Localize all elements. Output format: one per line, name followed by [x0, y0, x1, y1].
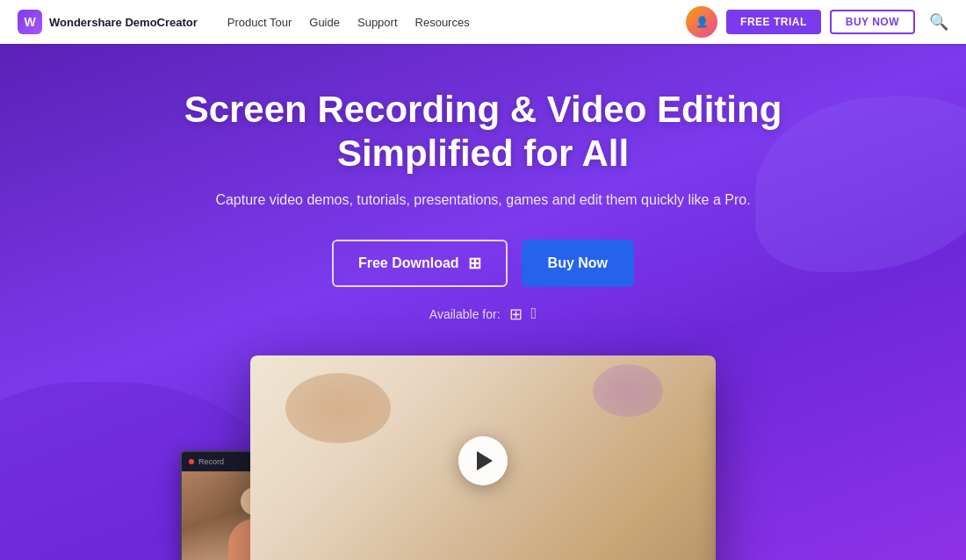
nav-product-tour[interactable]: Product Tour: [227, 12, 292, 32]
free-download-button[interactable]: Free Download ⊞: [332, 240, 508, 287]
rec-label: Record: [198, 457, 224, 466]
video-thumbnail[interactable]: [250, 355, 716, 560]
play-icon: [477, 451, 493, 470]
free-download-label: Free Download: [358, 255, 459, 271]
nav-resources[interactable]: Resources: [415, 12, 470, 32]
hero-title: Screen Recording & Video Editing Simplif…: [132, 88, 834, 176]
hero-section: Screen Recording & Video Editing Simplif…: [0, 44, 966, 560]
rec-indicator: [189, 459, 194, 464]
apple-os-icon: : [531, 305, 537, 323]
nav-actions: 👤 FREE TRIAL BUY NOW 🔍: [686, 6, 948, 38]
available-label: Available for:: [429, 307, 501, 321]
logo-text: Wondershare DemoCreator: [49, 16, 198, 29]
available-for: Available for: ⊞ : [132, 305, 834, 324]
search-icon[interactable]: 🔍: [929, 12, 948, 32]
logo-link[interactable]: W Wondershare DemoCreator: [18, 10, 198, 34]
free-trial-button[interactable]: FREE TRIAL: [726, 10, 821, 34]
hero-content: Screen Recording & Video Editing Simplif…: [132, 88, 834, 355]
windows-icon: ⊞: [468, 254, 481, 273]
avatar[interactable]: 👤: [686, 6, 717, 38]
buy-now-nav-button[interactable]: BUY NOW: [830, 10, 915, 34]
play-button[interactable]: [458, 436, 508, 485]
windows-os-icon: ⊞: [509, 305, 523, 324]
nav-support[interactable]: Support: [357, 12, 398, 32]
navbar: W Wondershare DemoCreator Product Tour G…: [0, 0, 966, 44]
logo-icon: W: [18, 10, 42, 34]
nav-guide[interactable]: Guide: [309, 12, 340, 32]
nav-links: Product Tour Guide Support Resources: [227, 12, 665, 32]
hero-buttons: Free Download ⊞ Buy Now: [132, 240, 834, 287]
buy-now-hero-button[interactable]: Buy Now: [522, 240, 634, 287]
video-player: 01:42:21 | 00:47:11 ⏮ ▶ ⏸ ⏭ 🔊 📷 ⛶ T: [250, 355, 716, 560]
demo-area: Record: [250, 355, 716, 560]
hero-subtitle: Capture video demos, tutorials, presenta…: [132, 192, 834, 208]
